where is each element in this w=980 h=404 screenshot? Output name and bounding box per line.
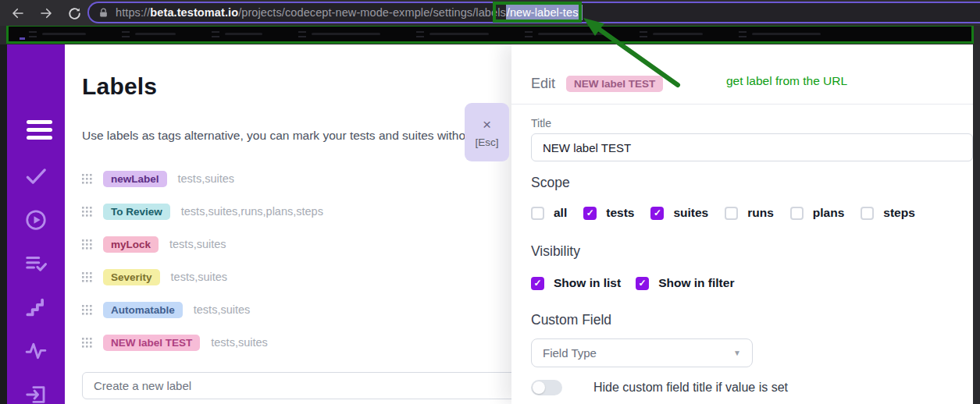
label-scope-list: tests,suites,runs,plans,steps [181, 205, 323, 218]
bookmarks-bar-wrap [0, 26, 980, 44]
bookmark-label [538, 33, 604, 35]
panel-divider [511, 104, 973, 105]
bookmark-item[interactable] [416, 31, 489, 37]
reload-button[interactable] [64, 3, 84, 23]
close-panel-button[interactable]: × [Esc] [465, 103, 509, 161]
bookmark-icon [298, 31, 306, 37]
scope-checkbox-suites[interactable]: ✓ [650, 207, 664, 220]
label-row: NEW label TESTtests,suites [82, 326, 504, 359]
bookmark-icon [416, 31, 424, 37]
forward-button[interactable] [36, 3, 56, 23]
scope-checkbox-steps[interactable] [861, 207, 874, 220]
visibility-heading: Visibility [531, 243, 580, 260]
scope-checkbox-runs[interactable] [725, 207, 738, 220]
label-row: Automatabletests,suites [82, 293, 504, 326]
labels-page: Labels Use labels as tags alternative, y… [65, 44, 511, 404]
exit-icon[interactable] [23, 381, 49, 404]
scope-option-label: tests [606, 206, 634, 220]
bookmark-item[interactable] [739, 31, 821, 37]
visibility-option: ✓Show in filter [636, 276, 734, 290]
field-type-select[interactable]: Field Type ▼ [531, 338, 753, 367]
title-input[interactable] [531, 133, 973, 161]
label-badge[interactable]: To Review [103, 204, 170, 220]
bookmark-label [312, 33, 380, 35]
drag-handle-icon[interactable] [82, 206, 92, 217]
label-scope-list: tests,suites [169, 238, 226, 250]
visibility-option: ✓Show in list [531, 276, 621, 290]
bookmark-item[interactable] [212, 31, 262, 37]
edit-label-panel: Edit NEW label TEST Title Scope all✓test… [511, 44, 973, 404]
bookmark-label [653, 33, 703, 35]
label-row: Severitytests,suites [82, 260, 504, 293]
bookmark-label [42, 33, 86, 35]
bookmark-item[interactable] [640, 31, 703, 37]
bookmarks-bar-highlight-rect [6, 24, 974, 44]
label-badge[interactable]: Automatable [103, 302, 183, 318]
window-scrollbar-strip[interactable] [973, 44, 980, 404]
scope-option-label: plans [813, 206, 844, 220]
scope-option: ✓tests [583, 206, 634, 220]
scope-option-label: suites [673, 206, 708, 220]
label-row: To Reviewtests,suites,runs,plans,steps [82, 195, 504, 228]
scope-option-label: runs [747, 206, 774, 220]
drag-handle-icon[interactable] [82, 271, 92, 282]
bookmark-icon [29, 31, 37, 37]
visibility-option-label: Show in filter [658, 276, 734, 290]
drag-handle-icon[interactable] [82, 337, 92, 348]
menu-icon[interactable] [27, 120, 52, 144]
label-row: newLabeltests,suites [82, 162, 504, 195]
scope-option-label: steps [883, 206, 915, 220]
drag-handle-icon[interactable] [82, 239, 92, 250]
page-title: Labels [82, 73, 157, 100]
bookmark-speck [20, 37, 25, 40]
bookmark-icon [739, 31, 747, 37]
label-scope-list: tests,suites [171, 271, 228, 283]
toggle-knob [533, 381, 545, 394]
label-scope-list: tests,suites [211, 336, 268, 349]
label-badge[interactable]: NEW label TEST [103, 335, 200, 351]
back-button[interactable] [8, 3, 28, 23]
bookmark-item[interactable] [298, 31, 380, 37]
scope-checkbox-tests[interactable]: ✓ [583, 207, 597, 220]
hide-title-toggle[interactable] [531, 380, 562, 395]
forward-arrow-icon [41, 9, 51, 18]
scope-checkbox-all[interactable] [531, 207, 544, 220]
scope-heading: Scope [531, 175, 570, 191]
steps-icon[interactable] [23, 294, 49, 320]
bookmark-label [752, 33, 821, 35]
sidebar [7, 44, 65, 404]
label-badge[interactable]: Severity [103, 269, 160, 285]
field-type-placeholder: Field Type [543, 346, 597, 360]
bookmark-item[interactable] [525, 31, 604, 37]
check-icon: ✓ [654, 208, 661, 218]
label-scope-list: tests,suites [178, 172, 235, 185]
drag-handle-icon[interactable] [82, 304, 92, 315]
annotation-url-highlight-rect [493, 2, 582, 23]
check-icon: ✓ [639, 278, 647, 288]
url-scheme: https:// [116, 6, 150, 19]
lock-icon [98, 7, 109, 19]
bookmark-item[interactable] [29, 31, 86, 37]
app-window: https://beta.testomat.io/projects/codece… [0, 0, 980, 404]
list-check-icon[interactable] [23, 250, 49, 276]
play-circle-icon[interactable] [23, 207, 49, 232]
title-field-label: Title [531, 117, 551, 129]
browser-toolbar: https://beta.testomat.io/projects/codece… [0, 0, 980, 26]
label-row: myLocktests,suites [82, 228, 504, 260]
scope-option: steps [861, 206, 915, 220]
scope-option: runs [725, 206, 774, 220]
activity-icon[interactable] [23, 338, 49, 363]
annotation-text: get label from the URL [726, 74, 847, 88]
visibility-checkbox-show-in-filter[interactable]: ✓ [636, 277, 649, 290]
scope-checkbox-plans[interactable] [790, 207, 804, 220]
scope-option: all [531, 206, 567, 220]
bookmark-item[interactable] [122, 31, 176, 37]
chevron-down-icon: ▼ [733, 349, 741, 357]
label-badge[interactable]: myLock [103, 236, 159, 253]
drag-handle-icon[interactable] [82, 173, 92, 184]
hide-title-toggle-label: Hide custom field title if value is set [593, 381, 788, 395]
check-icon[interactable] [23, 163, 49, 189]
bookmark-icon [122, 31, 130, 37]
label-badge[interactable]: newLabel [103, 171, 167, 187]
visibility-checkbox-show-in-list[interactable]: ✓ [531, 277, 544, 290]
